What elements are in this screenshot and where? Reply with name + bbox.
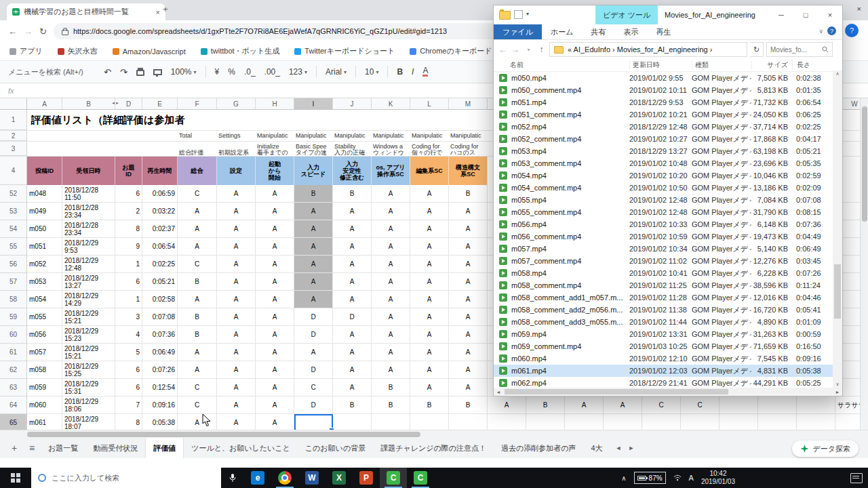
explorer-history-caret-icon[interactable]: ▾ bbox=[524, 47, 534, 53]
cell-K[interactable]: A bbox=[372, 273, 410, 291]
cell-S[interactable] bbox=[681, 414, 719, 430]
cell-E[interactable]: 0:06:54 bbox=[142, 238, 178, 256]
file-column-header[interactable]: 名前 bbox=[494, 60, 629, 70]
cell-I[interactable]: A bbox=[294, 203, 333, 220]
font-size-select[interactable]: 10▾ bbox=[365, 67, 378, 77]
file-row[interactable]: m058_comment.mp42019/01/02 11:25GOM Play… bbox=[494, 279, 842, 291]
row-header[interactable]: 65 bbox=[0, 414, 27, 430]
cell-G[interactable]: A bbox=[217, 238, 256, 256]
cell-M[interactable]: B bbox=[449, 396, 488, 414]
file-row[interactable]: m050.mp42019/01/02 9:55GOM Playerメディア...… bbox=[494, 72, 842, 84]
file-row[interactable]: m059.mp42019/01/02 13:31GOM Playerメディア..… bbox=[494, 328, 842, 340]
cell-I[interactable]: B bbox=[294, 185, 333, 203]
tab-scroll-arrows[interactable]: ◄ ► bbox=[616, 445, 635, 451]
cell-K[interactable]: A bbox=[372, 220, 410, 238]
file-column-header[interactable]: サイズ bbox=[751, 60, 792, 70]
cell-L[interactable]: A bbox=[410, 256, 449, 273]
cell-A[interactable]: m056 bbox=[27, 326, 62, 344]
cell-E[interactable]: 0:09:16 bbox=[142, 396, 178, 414]
ribbon-collapse-icon[interactable]: ∨ bbox=[818, 28, 823, 35]
cell-H[interactable]: A bbox=[256, 361, 294, 379]
file-row[interactable]: m052.mp42018/12/29 12:48GOM Playerメディア..… bbox=[494, 121, 842, 133]
cell-G[interactable]: A bbox=[217, 396, 256, 414]
ribbon-tab-表示[interactable]: 表示 bbox=[615, 24, 648, 39]
cell-D[interactable]: 7 bbox=[115, 396, 142, 414]
explorer-vertical-scrollbar[interactable]: ∧ ∨ bbox=[833, 70, 842, 388]
cell-M[interactable]: A bbox=[449, 203, 488, 220]
cell-A[interactable]: m050 bbox=[27, 220, 62, 238]
cell-E[interactable]: 0:03:22 bbox=[142, 203, 178, 220]
close-button[interactable]: × bbox=[818, 5, 842, 24]
cell-H[interactable]: A bbox=[256, 203, 294, 220]
cell-D[interactable]: 6 bbox=[115, 273, 142, 291]
cell-F[interactable]: B bbox=[178, 308, 217, 326]
cell-A[interactable]: m057 bbox=[27, 344, 62, 361]
app-icon-excel[interactable]: X bbox=[326, 468, 353, 488]
column-header-M[interactable]: M bbox=[449, 98, 488, 110]
font-select[interactable]: Arial▾ bbox=[326, 67, 347, 77]
cell-A[interactable]: m058 bbox=[27, 361, 62, 379]
explorer-up-icon[interactable]: ↑ bbox=[536, 45, 547, 54]
ribbon-tab-共有[interactable]: 共有 bbox=[583, 24, 615, 39]
row-header[interactable]: 63 bbox=[0, 379, 27, 396]
cell-H[interactable]: A bbox=[256, 326, 294, 344]
cell-Q[interactable]: A bbox=[604, 396, 642, 414]
cell-J[interactable]: B bbox=[333, 185, 372, 203]
cell-H[interactable]: A bbox=[256, 344, 294, 361]
cell-B[interactable]: 2018/12/29 18:07 bbox=[62, 414, 115, 430]
cell-K[interactable]: A bbox=[372, 308, 410, 326]
bookmark-item[interactable]: アプリ bbox=[9, 46, 43, 56]
cell-E[interactable]: 0:07:36 bbox=[142, 326, 178, 344]
band-header-G[interactable]: 設定 bbox=[217, 157, 256, 185]
column-header-D[interactable]: D◄► bbox=[115, 98, 142, 110]
cell-M[interactable]: A bbox=[449, 344, 488, 361]
app-icon-word[interactable]: W bbox=[298, 468, 326, 488]
cell-S[interactable]: C bbox=[681, 396, 719, 414]
cell-A[interactable]: m060 bbox=[27, 396, 62, 414]
cell-E[interactable]: 0:05:38 bbox=[142, 414, 178, 430]
band-header-J[interactable]: 入力 安定性 修正含む bbox=[333, 157, 372, 185]
cell-J[interactable]: B bbox=[333, 396, 372, 414]
file-row[interactable]: m057_comment.mp42019/01/02 11:02GOM Play… bbox=[494, 255, 842, 267]
column-header-J[interactable]: J bbox=[333, 98, 372, 110]
cell-M[interactable]: A bbox=[449, 326, 488, 344]
row-header[interactable]: 1 bbox=[0, 110, 27, 130]
cell-Q[interactable] bbox=[604, 414, 642, 430]
cell-R[interactable]: C bbox=[642, 396, 681, 414]
cell-M[interactable]: A bbox=[449, 308, 488, 326]
cell-L[interactable]: A bbox=[410, 238, 449, 256]
column-header-F[interactable]: F bbox=[178, 98, 217, 110]
cell-J[interactable]: A bbox=[333, 256, 372, 273]
cell-D[interactable]: 1 bbox=[115, 291, 142, 308]
currency-format-button[interactable]: ¥ bbox=[215, 67, 220, 77]
cell-F[interactable]: A bbox=[178, 361, 217, 379]
cell-D[interactable]: 1 bbox=[115, 256, 142, 273]
bookmark-item[interactable]: Amazon/Javascript bbox=[113, 47, 186, 56]
cell-M[interactable]: B bbox=[449, 185, 488, 203]
explorer-horizontal-scrollbar[interactable]: ◄ ► bbox=[494, 388, 842, 396]
maximize-button[interactable]: □ bbox=[793, 5, 818, 24]
column-header-K[interactable]: K bbox=[372, 98, 410, 110]
percent-format-button[interactable]: % bbox=[228, 67, 235, 77]
cell-N[interactable] bbox=[488, 414, 526, 430]
cell-H[interactable]: A bbox=[256, 238, 294, 256]
cell-M[interactable]: A bbox=[449, 220, 488, 238]
cell-I[interactable]: A bbox=[294, 344, 333, 361]
cell-E[interactable]: 0:02:25 bbox=[142, 256, 178, 273]
text-color-button[interactable]: A bbox=[422, 67, 428, 77]
cell-M[interactable]: A bbox=[449, 361, 488, 379]
cell-L[interactable] bbox=[410, 414, 449, 430]
cell-A[interactable]: m055 bbox=[27, 308, 62, 326]
cell-P[interactable]: A bbox=[565, 396, 604, 414]
decimal-increase-button[interactable]: .00_ bbox=[264, 67, 280, 77]
file-row[interactable]: m053.mp42018/12/29 13:27GOM Playerメディア..… bbox=[494, 145, 842, 157]
back-icon[interactable]: ← bbox=[8, 26, 17, 37]
cell-K[interactable]: A bbox=[372, 291, 410, 308]
cell-F[interactable]: C bbox=[178, 396, 217, 414]
cell-L[interactable]: A bbox=[410, 220, 449, 238]
menu-search[interactable]: メニューを検索 (Alt+/) bbox=[8, 67, 95, 77]
redo-icon[interactable]: ↷ bbox=[120, 67, 127, 77]
cell-F[interactable]: B bbox=[178, 326, 217, 344]
file-row[interactable]: m051.mp42018/12/29 9:53GOM Playerメディア...… bbox=[494, 96, 842, 108]
band-header-M[interactable]: 構造構文 系SC bbox=[449, 157, 488, 185]
